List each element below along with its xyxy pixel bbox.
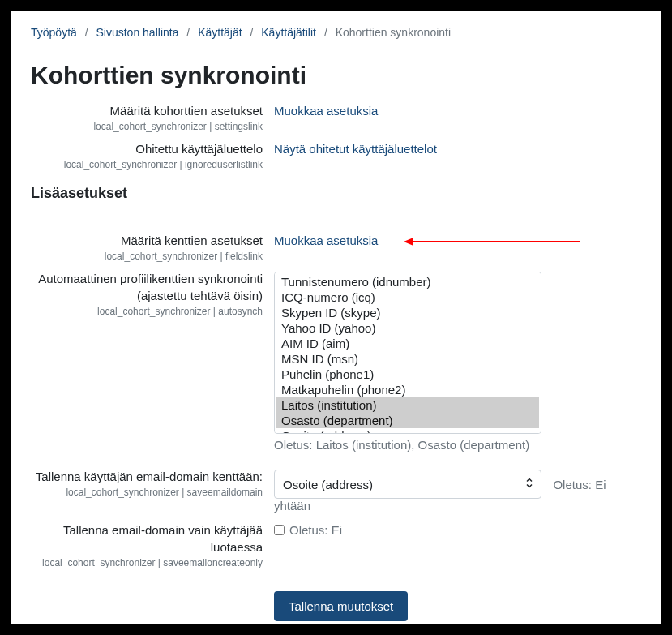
autosynch-option[interactable]: Yahoo ID (yahoo) xyxy=(276,320,539,336)
autosynch-option[interactable]: AIM ID (aim) xyxy=(276,336,539,351)
divider xyxy=(31,217,641,217)
setting-key: local_cohort_synchronizer | fieldslink xyxy=(31,251,263,262)
setting-label-saveemaildomain: Tallenna käyttäjän email-domain kenttään… xyxy=(31,468,263,485)
breadcrumb-link[interactable]: Käyttäjätilit xyxy=(261,26,316,39)
breadcrumb-sep: / xyxy=(324,26,327,39)
save-button[interactable]: Tallenna muutokset xyxy=(274,591,408,621)
breadcrumb-link[interactable]: Sivuston hallinta xyxy=(96,26,179,39)
setting-key: local_cohort_synchronizer | settingslink xyxy=(31,121,263,132)
saveemaildomain-select[interactable]: Osoite (address) xyxy=(274,470,541,499)
setting-label-ignoredlist: Ohitettu käyttäjäluettelo xyxy=(31,140,263,157)
autosynch-option[interactable]: Puhelin (phone1) xyxy=(276,367,539,382)
breadcrumb: Työpöytä / Sivuston hallinta / Käyttäjät… xyxy=(31,26,641,39)
advanced-settings-heading: Lisäasetukset xyxy=(31,185,641,202)
setting-key: local_cohort_synchronizer | autosynch xyxy=(31,306,263,317)
setting-key: local_cohort_synchronizer | saveemailonc… xyxy=(31,557,263,568)
svg-marker-1 xyxy=(404,238,413,246)
autosynch-option[interactable]: Skypen ID (skype) xyxy=(276,305,539,320)
autosynch-option[interactable]: Matkapuhelin (phone2) xyxy=(276,382,539,397)
setting-key: local_cohort_synchronizer | saveemaildom… xyxy=(31,487,263,498)
autosynch-option[interactable]: Laitos (institution) xyxy=(276,397,539,413)
saveemailoncreateonly-default: Oletus: Ei xyxy=(289,523,342,537)
setting-label-autosynch: Automaattinen profiilikenttien synkronoi… xyxy=(31,270,263,304)
setting-key: local_cohort_synchronizer | ignoreduserl… xyxy=(31,159,263,170)
autosynch-option[interactable]: Osasto (department) xyxy=(276,413,539,428)
breadcrumb-sep: / xyxy=(250,26,254,39)
setting-label-fieldslink: Määritä kenttien asetukset xyxy=(31,232,263,249)
show-ignored-users-link[interactable]: Näytä ohitetut käyttäjäluettelot xyxy=(274,142,437,156)
setting-label-settingslink: Määritä kohorttien asetukset xyxy=(31,102,263,119)
breadcrumb-link[interactable]: Käyttäjät xyxy=(198,26,242,39)
autosynch-option[interactable]: ICQ-numero (icq) xyxy=(276,290,539,305)
saveemailoncreateonly-checkbox[interactable] xyxy=(274,525,285,535)
autosynch-option[interactable]: Tunnistenumero (idnumber) xyxy=(276,274,539,290)
breadcrumb-sep: / xyxy=(85,26,88,39)
setting-label-saveemailoncreateonly: Tallenna email-domain vain käyttäjää luo… xyxy=(31,521,263,556)
autosynch-multiselect[interactable]: Tunnistenumero (idnumber)ICQ-numero (icq… xyxy=(274,272,541,434)
edit-fields-link[interactable]: Muokkaa asetuksia xyxy=(274,234,378,247)
page-title: Kohorttien synkronointi xyxy=(31,62,641,89)
autosynch-option[interactable]: MSN ID (msn) xyxy=(276,351,539,367)
breadcrumb-sep: / xyxy=(186,26,190,39)
autosynch-default: Oletus: Laitos (institution), Osasto (de… xyxy=(274,438,641,452)
edit-settings-link[interactable]: Muokkaa asetuksia xyxy=(274,104,378,118)
arrow-annotation-icon xyxy=(404,237,582,247)
breadcrumb-current: Kohorttien synkronointi xyxy=(336,26,451,39)
autosynch-option[interactable]: Osoite (address) xyxy=(276,428,539,434)
breadcrumb-link[interactable]: Työpöytä xyxy=(31,26,77,39)
